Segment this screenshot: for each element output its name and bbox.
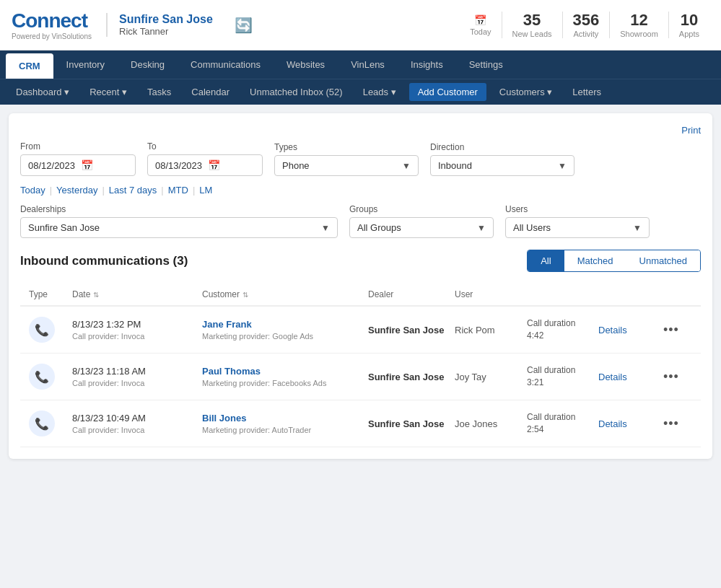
- phone-icon: 📞: [29, 411, 55, 436]
- col-customer[interactable]: Customer ⇅: [202, 289, 368, 299]
- nav-tabs: CRM Inventory Desking Communications Web…: [0, 51, 721, 79]
- dealer-value-1: Sunfire San Jose: [368, 372, 455, 382]
- dealerships-dropdown[interactable]: Sunfire San Jose ▼: [20, 217, 338, 238]
- tab-websites[interactable]: Websites: [274, 51, 338, 79]
- col-user: User: [455, 289, 527, 299]
- stat-activity: 356 Activity: [562, 12, 610, 38]
- call-duration-cell-2: Call duration2:54: [527, 411, 598, 436]
- dealerships-label: Dealerships: [20, 204, 338, 214]
- print-link[interactable]: Print: [20, 125, 701, 136]
- groups-value: All Groups: [357, 222, 401, 233]
- call-duration-value-2: Call duration2:54: [527, 411, 598, 436]
- col-details: [598, 289, 663, 299]
- date-value-1: 8/13/23 11:18 AM: [72, 366, 202, 377]
- logo-subtitle: Powered by VinSolutions: [12, 32, 92, 40]
- subnav-customers[interactable]: Customers ▾: [489, 81, 562, 103]
- subnav-add-customer[interactable]: Add Customer: [409, 83, 486, 101]
- tab-communications[interactable]: Communications: [178, 51, 274, 79]
- to-label: To: [147, 141, 263, 152]
- col-date[interactable]: Date ⇅: [72, 289, 202, 299]
- user-cell-1: Joy Tay: [455, 372, 527, 382]
- separator-3: |: [161, 185, 163, 196]
- direction-dropdown[interactable]: Inbound ▼: [430, 155, 574, 176]
- filter-btn-unmatched[interactable]: Unmatched: [626, 250, 700, 271]
- subnav-tasks[interactable]: Tasks: [137, 81, 181, 103]
- tab-desking[interactable]: Desking: [118, 51, 178, 79]
- filter-row-1: From 08/12/2023 📅 To 08/13/2023 📅 Types …: [20, 141, 701, 176]
- date-cell-1: 8/13/23 11:18 AM Call provider: Invoca: [72, 366, 202, 387]
- users-value: All Users: [513, 222, 551, 233]
- main-content: Print From 08/12/2023 📅 To 08/13/2023 📅 …: [9, 113, 712, 459]
- to-date-input[interactable]: 08/13/2023 📅: [147, 154, 263, 176]
- direction-chevron-down-icon: ▼: [558, 161, 567, 171]
- date-value-0: 8/13/23 1:32 PM: [72, 319, 202, 330]
- stats-area: 📅 Today 35 New Leads 356 Activity 12 Sho…: [460, 12, 709, 38]
- subnav-calendar[interactable]: Calendar: [181, 81, 240, 103]
- details-link-2[interactable]: Details: [598, 418, 627, 429]
- filter-buttons: All Matched Unmatched: [527, 250, 701, 272]
- tab-vinlens[interactable]: VinLens: [338, 51, 398, 79]
- details-link-0[interactable]: Details: [598, 325, 627, 335]
- customer-name-0[interactable]: Jane Frank: [202, 319, 368, 330]
- type-cell-1: 📞: [29, 364, 72, 390]
- types-label: Types: [274, 142, 419, 152]
- col-dealer-label: Dealer: [368, 289, 393, 299]
- quick-link-yesterday[interactable]: Yesterday: [56, 185, 97, 196]
- quick-link-lm[interactable]: LM: [199, 185, 212, 196]
- to-date-value: 08/13/2023: [155, 160, 202, 171]
- details-link-1[interactable]: Details: [598, 372, 627, 382]
- table-row: 📞 8/13/23 11:18 AM Call provider: Invoca…: [20, 354, 701, 400]
- quick-link-mtd[interactable]: MTD: [168, 185, 188, 196]
- new-leads-label: New Leads: [512, 30, 552, 38]
- refresh-button[interactable]: 🔄: [235, 17, 253, 34]
- header: Connect Powered by VinSolutions Sunfire …: [0, 0, 721, 51]
- filter-btn-matched[interactable]: Matched: [564, 250, 626, 271]
- more-button-1[interactable]: •••: [663, 369, 679, 384]
- date-value-2: 8/13/23 10:49 AM: [72, 413, 202, 424]
- date-cell-2: 8/13/23 10:49 AM Call provider: Invoca: [72, 413, 202, 434]
- activity-number: 356: [573, 12, 600, 29]
- dealerships-filter-group: Dealerships Sunfire San Jose ▼: [20, 204, 338, 238]
- groups-dropdown[interactable]: All Groups ▼: [349, 217, 494, 238]
- tab-settings[interactable]: Settings: [456, 51, 516, 79]
- tab-crm[interactable]: CRM: [6, 53, 53, 79]
- subnav-leads[interactable]: Leads ▾: [353, 81, 406, 103]
- quick-links: Today | Yesterday | Last 7 days | MTD | …: [20, 185, 701, 196]
- types-filter-group: Types Phone ▼: [274, 142, 419, 176]
- customer-name-2[interactable]: Bill Jones: [202, 413, 368, 424]
- users-dropdown[interactable]: All Users ▼: [505, 217, 650, 238]
- subnav-dashboard[interactable]: Dashboard ▾: [6, 81, 79, 103]
- subnav-letters[interactable]: Letters: [562, 81, 611, 103]
- communications-header: Inbound communications (3) All Matched U…: [20, 250, 701, 272]
- from-label: From: [20, 141, 136, 152]
- quick-link-today[interactable]: Today: [20, 185, 45, 196]
- tab-inventory[interactable]: Inventory: [53, 51, 118, 79]
- new-leads-number: 35: [523, 12, 541, 29]
- col-date-label: Date: [72, 289, 90, 299]
- details-cell-0: Details: [598, 325, 663, 335]
- types-dropdown[interactable]: Phone ▼: [274, 155, 419, 176]
- subnav-unmatched-inbox[interactable]: Unmatched Inbox (52): [240, 81, 353, 103]
- tab-insights[interactable]: Insights: [398, 51, 456, 79]
- more-button-2[interactable]: •••: [663, 416, 679, 431]
- filter-btn-all[interactable]: All: [528, 250, 564, 271]
- table-body: 📞 8/13/23 1:32 PM Call provider: Invoca …: [20, 307, 701, 447]
- customer-cell-2: Bill Jones Marketing provider: AutoTrade…: [202, 413, 368, 434]
- details-cell-2: Details: [598, 418, 663, 429]
- dealer-value-0: Sunfire San Jose: [368, 325, 455, 335]
- stat-today: 📅 Today: [460, 14, 501, 36]
- dealer-cell-1: Sunfire San Jose: [368, 372, 455, 382]
- more-button-0[interactable]: •••: [663, 322, 679, 337]
- marketing-provider-2: Marketing provider: AutoTrader: [202, 426, 368, 434]
- user-value-1: Joy Tay: [455, 372, 527, 382]
- to-filter-group: To 08/13/2023 📅: [147, 141, 263, 176]
- customer-name-1[interactable]: Paul Thomas: [202, 366, 368, 377]
- stat-appts: 10 Appts: [668, 12, 709, 38]
- quick-link-last7days[interactable]: Last 7 days: [109, 185, 157, 196]
- customer-cell-0: Jane Frank Marketing provider: Google Ad…: [202, 319, 368, 341]
- from-date-input[interactable]: 08/12/2023 📅: [20, 154, 136, 176]
- call-provider-1: Call provider: Invoca: [72, 379, 202, 387]
- subnav-recent[interactable]: Recent ▾: [79, 81, 137, 103]
- communications-title: Inbound communications (3): [20, 254, 188, 268]
- groups-label: Groups: [349, 204, 494, 214]
